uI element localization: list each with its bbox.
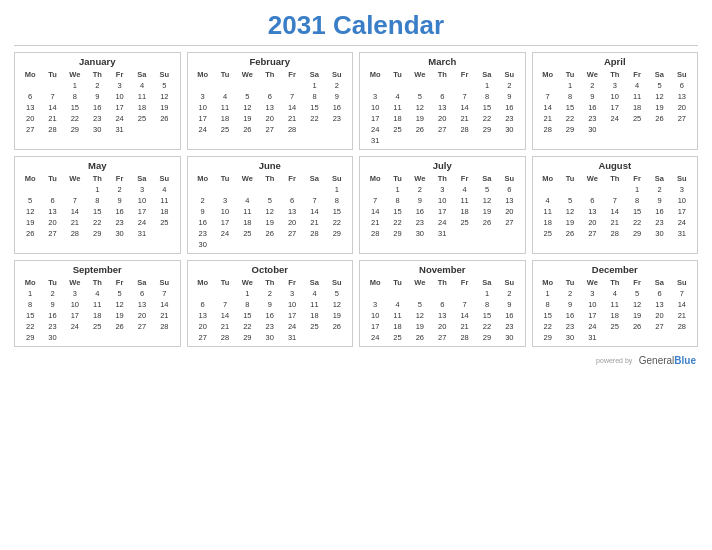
- day-cell: 3: [671, 184, 693, 195]
- day-cell-empty: [476, 135, 498, 146]
- day-cell: 3: [214, 195, 236, 206]
- day-header: Tu: [41, 277, 63, 288]
- day-cell: 7: [604, 195, 626, 206]
- day-cell: 21: [364, 217, 386, 228]
- day-cell: 26: [153, 113, 175, 124]
- day-cell: 30: [498, 332, 520, 343]
- day-cell-empty: [153, 332, 175, 343]
- day-cell: 27: [131, 321, 153, 332]
- day-header: Sa: [476, 69, 498, 80]
- day-cell: 29: [559, 124, 581, 135]
- day-cell: 17: [64, 310, 86, 321]
- day-header: Th: [604, 173, 626, 184]
- day-cell: 4: [153, 184, 175, 195]
- day-header: Tu: [41, 69, 63, 80]
- day-cell-empty: [431, 135, 453, 146]
- day-cell: 5: [236, 91, 258, 102]
- day-header: Th: [86, 277, 108, 288]
- day-cell: 29: [326, 228, 348, 239]
- day-cell: 21: [64, 217, 86, 228]
- month-name: January: [19, 56, 176, 67]
- day-header: We: [236, 69, 258, 80]
- day-cell: 28: [604, 228, 626, 239]
- day-cell-empty: [537, 80, 559, 91]
- day-cell: 20: [41, 217, 63, 228]
- day-cell-empty: [453, 80, 475, 91]
- day-cell: 23: [86, 113, 108, 124]
- day-cell: 9: [326, 91, 348, 102]
- day-cell: 25: [453, 217, 475, 228]
- day-cell: 14: [671, 299, 693, 310]
- day-cell: 30: [192, 239, 214, 250]
- day-cell: 1: [64, 80, 86, 91]
- day-cell: 11: [303, 299, 325, 310]
- day-cell: 7: [453, 91, 475, 102]
- day-cell: 29: [64, 124, 86, 135]
- day-cell: 24: [108, 113, 130, 124]
- day-cell: 14: [64, 206, 86, 217]
- day-cell-empty: [326, 239, 348, 250]
- day-cell: 2: [259, 288, 281, 299]
- day-cell: 19: [648, 102, 670, 113]
- month-name: June: [192, 160, 349, 171]
- day-cell-empty: [648, 124, 670, 135]
- day-cell: 17: [364, 321, 386, 332]
- day-cell: 23: [559, 321, 581, 332]
- day-cell-empty: [476, 228, 498, 239]
- day-cell: 26: [409, 124, 431, 135]
- day-cell-empty: [281, 239, 303, 250]
- day-cell: 5: [153, 80, 175, 91]
- day-cell: 7: [364, 195, 386, 206]
- day-cell: 3: [108, 80, 130, 91]
- day-cell: 11: [626, 91, 648, 102]
- day-cell-empty: [498, 228, 520, 239]
- day-cell: 31: [108, 124, 130, 135]
- day-cell: 17: [431, 206, 453, 217]
- day-header: We: [64, 69, 86, 80]
- day-cell-empty: [108, 332, 130, 343]
- day-cell: 1: [19, 288, 41, 299]
- day-cell-empty: [604, 184, 626, 195]
- day-cell: 16: [41, 310, 63, 321]
- day-cell: 29: [476, 124, 498, 135]
- day-cell: 31: [671, 228, 693, 239]
- day-cell: 11: [604, 299, 626, 310]
- day-header: Sa: [303, 173, 325, 184]
- day-cell: 20: [671, 102, 693, 113]
- day-cell: 5: [648, 80, 670, 91]
- day-header: Fr: [626, 69, 648, 80]
- day-header: Tu: [559, 173, 581, 184]
- day-cell: 22: [326, 217, 348, 228]
- day-cell-empty: [259, 239, 281, 250]
- day-cell: 21: [303, 217, 325, 228]
- day-cell: 25: [626, 113, 648, 124]
- day-cell: 8: [476, 91, 498, 102]
- day-cell: 14: [303, 206, 325, 217]
- day-cell: 9: [86, 91, 108, 102]
- day-cell: 16: [86, 102, 108, 113]
- day-cell: 12: [108, 299, 130, 310]
- day-cell: 1: [236, 288, 258, 299]
- day-cell: 9: [498, 299, 520, 310]
- day-cell-empty: [604, 332, 626, 343]
- day-cell: 27: [431, 332, 453, 343]
- day-cell: 10: [214, 206, 236, 217]
- month-name: November: [364, 264, 521, 275]
- day-cell: 24: [131, 217, 153, 228]
- day-cell-empty: [259, 80, 281, 91]
- day-cell: 29: [626, 228, 648, 239]
- day-cell: 21: [537, 113, 559, 124]
- day-header: We: [409, 277, 431, 288]
- day-cell: 8: [537, 299, 559, 310]
- day-grid: MoTuWeThFrSaSu12345678910111213141516171…: [192, 277, 349, 343]
- day-cell: 22: [626, 217, 648, 228]
- day-cell-empty: [303, 124, 325, 135]
- day-cell: 27: [41, 228, 63, 239]
- day-grid: MoTuWeThFrSaSu12345678910111213141516171…: [19, 277, 176, 343]
- day-cell-empty: [303, 184, 325, 195]
- day-cell: 24: [364, 124, 386, 135]
- day-cell-empty: [303, 239, 325, 250]
- day-cell: 23: [498, 113, 520, 124]
- day-cell: 25: [131, 113, 153, 124]
- day-header: Sa: [476, 173, 498, 184]
